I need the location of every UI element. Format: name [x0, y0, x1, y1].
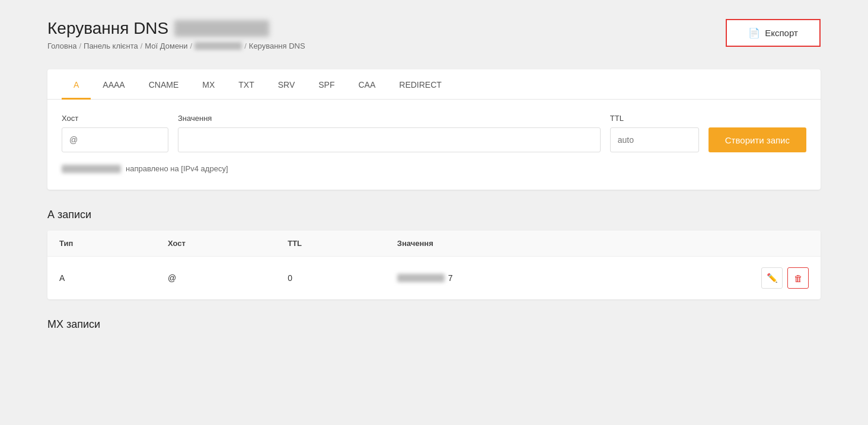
- tab-redirect[interactable]: REDIRECT: [387, 69, 454, 100]
- mx-records-section: MX записи: [47, 318, 821, 331]
- title-text: Керування DNS: [47, 19, 168, 38]
- form-row: Хост Значення TTL Створити запис: [62, 114, 806, 152]
- tab-a-label: A: [74, 80, 79, 90]
- table-row: A @ 0 7 ✏️: [47, 257, 821, 300]
- export-icon: 📄: [748, 27, 760, 39]
- breadcrumb-sep-3: /: [190, 41, 193, 50]
- host-input[interactable]: [62, 127, 168, 152]
- col-actions: [615, 231, 821, 257]
- breadcrumb-sep-1: /: [79, 41, 81, 50]
- tab-a[interactable]: A: [62, 69, 91, 100]
- page-header: Керування DNS Головна / Панель клієнта /…: [47, 19, 821, 50]
- a-records-section: А записи Тип Хост TTL Значення A @ 0: [47, 209, 821, 299]
- title-domain-blur: [174, 20, 269, 37]
- export-button-label: Експорт: [765, 28, 798, 38]
- value-ip-blur: [397, 274, 445, 282]
- tab-mx[interactable]: MX: [190, 69, 226, 100]
- tab-spf-label: SPF: [318, 80, 334, 90]
- ip-blur: [62, 165, 121, 173]
- delete-button[interactable]: 🗑: [787, 267, 809, 289]
- ttl-group: TTL: [610, 114, 699, 152]
- mx-records-title: MX записи: [47, 318, 821, 331]
- tabs-container: A AAAA CNAME MX TXT SRV SPF CAA: [47, 69, 821, 100]
- value-label: Значення: [178, 114, 601, 123]
- breadcrumb-sep-4: /: [244, 41, 247, 50]
- page-title: Керування DNS: [47, 19, 305, 38]
- breadcrumb-home[interactable]: Головна: [47, 41, 76, 50]
- tab-srv[interactable]: SRV: [266, 69, 307, 100]
- ttl-label: TTL: [610, 114, 699, 123]
- export-button[interactable]: 📄 Експорт: [726, 19, 821, 47]
- tab-srv-label: SRV: [278, 80, 295, 90]
- col-type: Тип: [47, 231, 156, 257]
- breadcrumb-current: Керування DNS: [249, 41, 305, 50]
- tab-txt[interactable]: TXT: [226, 69, 266, 100]
- tab-caa[interactable]: CAA: [347, 69, 388, 100]
- delete-icon: 🗑: [794, 273, 803, 283]
- col-value: Значення: [385, 231, 615, 257]
- row-ttl: 0: [276, 257, 385, 300]
- row-type: A: [47, 257, 156, 300]
- tab-spf[interactable]: SPF: [307, 69, 346, 100]
- tab-aaaa[interactable]: AAAA: [91, 69, 136, 100]
- tab-caa-label: CAA: [359, 80, 376, 90]
- redirect-text: направлено на [IPv4 адресу]: [126, 164, 228, 173]
- form-area: Хост Значення TTL Створити запис направл…: [47, 100, 821, 190]
- a-records-title: А записи: [47, 209, 821, 221]
- row-host: @: [156, 257, 276, 300]
- edit-icon: ✏️: [767, 273, 778, 283]
- col-ttl: TTL: [276, 231, 385, 257]
- row-actions-cell: ✏️ 🗑: [615, 257, 821, 300]
- col-host: Хост: [156, 231, 276, 257]
- tab-cname-label: CNAME: [149, 80, 179, 90]
- dns-card: A AAAA CNAME MX TXT SRV SPF CAA: [47, 69, 821, 190]
- breadcrumb-panel[interactable]: Панель клієнта: [84, 41, 138, 50]
- a-records-table: Тип Хост TTL Значення A @ 0 7: [47, 231, 821, 299]
- tab-cname[interactable]: CNAME: [137, 69, 191, 100]
- tab-redirect-label: REDIRECT: [399, 80, 442, 90]
- breadcrumb-sep-2: /: [141, 41, 143, 50]
- value-suffix: 7: [448, 273, 453, 283]
- edit-button[interactable]: ✏️: [761, 267, 783, 289]
- ttl-input[interactable]: [610, 127, 699, 152]
- tab-aaaa-label: AAAA: [103, 80, 125, 90]
- breadcrumb: Головна / Панель клієнта / Мої Домени / …: [47, 41, 305, 50]
- breadcrumb-domains[interactable]: Мої Домени: [145, 41, 187, 50]
- value-group: Значення: [178, 114, 601, 152]
- table-actions: ✏️ 🗑: [627, 267, 809, 289]
- host-group: Хост: [62, 114, 168, 152]
- title-group: Керування DNS Головна / Панель клієнта /…: [47, 19, 305, 50]
- value-input[interactable]: [178, 127, 601, 152]
- create-record-button[interactable]: Створити запис: [709, 127, 806, 152]
- tab-mx-label: MX: [202, 80, 215, 90]
- row-value: 7: [385, 257, 615, 300]
- host-label: Хост: [62, 114, 168, 123]
- table-header-row: Тип Хост TTL Значення: [47, 231, 821, 257]
- redirect-info: направлено на [IPv4 адресу]: [62, 164, 806, 178]
- tab-txt-label: TXT: [238, 80, 254, 90]
- create-record-label: Створити запис: [725, 135, 790, 145]
- breadcrumb-domain-blur: [194, 42, 242, 50]
